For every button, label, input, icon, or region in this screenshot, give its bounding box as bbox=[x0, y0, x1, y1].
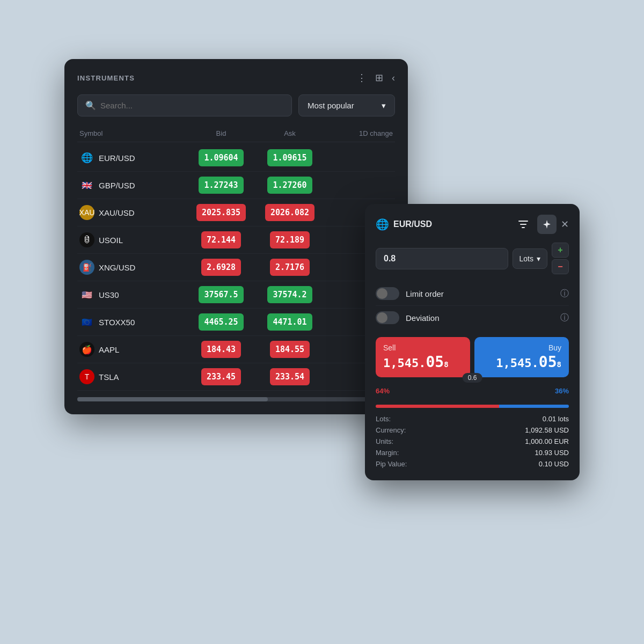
bid-price: 2025.835 bbox=[196, 204, 246, 221]
gbp-usd-flag: 🇬🇧 bbox=[79, 178, 94, 193]
ask-price: 233.54 bbox=[270, 368, 310, 385]
bid-price: 184.43 bbox=[201, 341, 241, 358]
trade-pair-label: EUR/USD bbox=[393, 219, 432, 229]
limit-order-info-icon[interactable]: ⓘ bbox=[560, 288, 569, 299]
instrument-name: 🇺🇸 US30 bbox=[79, 287, 187, 302]
scrollbar-thumb bbox=[77, 397, 268, 401]
table-row[interactable]: 🇪🇺 STOXX50 4465.25 4471.01 bbox=[77, 309, 395, 336]
trade-panel: 🌐 EUR/USD ✕ 0.8 Lots ▾ + bbox=[365, 204, 580, 480]
grid-view-icon[interactable]: ⊞ bbox=[375, 72, 383, 84]
limit-order-toggle[interactable] bbox=[376, 287, 399, 300]
table-row[interactable]: 🇬🇧 GBP/USD 1.27243 1.27260 bbox=[77, 172, 395, 199]
ask-price: 2.7176 bbox=[270, 259, 310, 276]
more-options-icon[interactable]: ⋮ bbox=[357, 72, 367, 84]
currency-value: 1,092.58 USD bbox=[525, 426, 569, 434]
table-row[interactable]: 🌐 EUR/USD 1.09604 1.09615 bbox=[77, 144, 395, 172]
table-row[interactable]: ⛽ XNG/USD 2.6928 2.7176 bbox=[77, 254, 395, 281]
close-icon[interactable]: ✕ bbox=[561, 218, 569, 230]
buy-label: Buy bbox=[482, 343, 561, 352]
ask-price: 1.09615 bbox=[267, 149, 312, 166]
sentiment-buy-bar bbox=[499, 405, 569, 408]
info-row-margin: Margin: 10.93 USD bbox=[376, 447, 569, 458]
lot-minus-button[interactable]: − bbox=[552, 259, 569, 274]
usoil-flag: 🛢 bbox=[79, 232, 94, 247]
filter-dropdown[interactable]: Most popular ▾ bbox=[298, 94, 395, 116]
lot-input[interactable]: 0.8 bbox=[376, 248, 508, 269]
sentiment-section: 64% 36% bbox=[376, 387, 569, 408]
col-bid: Bid bbox=[187, 129, 255, 137]
sentiment-sell-bar bbox=[376, 405, 499, 408]
instrument-name: 🇪🇺 STOXX50 bbox=[79, 314, 187, 330]
col-change: 1D change bbox=[324, 129, 393, 137]
table-row[interactable]: 🍎 AAPL 184.43 184.55 bbox=[77, 336, 395, 363]
sell-price-main: 1,545. bbox=[383, 356, 426, 370]
sell-buy-row: Sell 1,545.058 Buy 1,545.058 0.6 bbox=[376, 337, 569, 377]
buy-percent: 36% bbox=[555, 387, 569, 395]
ask-price: 1.27260 bbox=[267, 177, 312, 194]
table-row[interactable]: T TSLA 233.45 233.54 bbox=[77, 363, 395, 391]
trade-header-icons: ✕ bbox=[514, 215, 569, 234]
info-table: Lots: 0.01 lots Currency: 1,092.58 USD U… bbox=[376, 413, 569, 470]
lot-unit-dropdown[interactable]: Lots ▾ bbox=[513, 248, 547, 269]
info-row-lots: Lots: 0.01 lots bbox=[376, 413, 569, 425]
currency-label: Currency: bbox=[376, 426, 406, 434]
sparkle-icon-btn[interactable] bbox=[537, 215, 557, 234]
table-row[interactable]: XAU XAU/USD 2025.835 2026.082 bbox=[77, 199, 395, 226]
table-row[interactable]: 🇺🇸 US30 37567.5 37574.2 bbox=[77, 281, 395, 309]
buy-button[interactable]: Buy 1,545.058 bbox=[474, 337, 569, 377]
sell-price: 1,545.058 bbox=[383, 353, 463, 371]
ask-price: 72.189 bbox=[270, 231, 310, 248]
instruments-panel: INSTRUMENTS ⋮ ⊞ ‹ 🔍 Most popular ▾ Symbo… bbox=[64, 59, 408, 414]
xng-usd-flag: ⛽ bbox=[79, 260, 94, 275]
col-symbol: Symbol bbox=[79, 129, 187, 137]
xau-usd-flag: XAU bbox=[79, 205, 94, 220]
chevron-down-icon: ▾ bbox=[382, 101, 386, 111]
panel-header: INSTRUMENTS ⋮ ⊞ ‹ bbox=[77, 72, 395, 84]
ask-price: 2026.082 bbox=[265, 204, 314, 221]
sell-price-sup: 8 bbox=[444, 360, 448, 369]
lot-plus-button[interactable]: + bbox=[552, 243, 569, 258]
buy-price-big: 05 bbox=[539, 353, 557, 371]
filter-label: Most popular bbox=[308, 101, 354, 110]
instrument-name: ⛽ XNG/USD bbox=[79, 260, 187, 275]
info-row-units: Units: 1,000.00 EUR bbox=[376, 436, 569, 447]
pip-label: Pip Value: bbox=[376, 460, 407, 468]
stoxx50-flag: 🇪🇺 bbox=[79, 314, 94, 330]
bid-price: 72.144 bbox=[201, 231, 241, 248]
filter-icon-btn[interactable] bbox=[514, 215, 533, 234]
info-row-currency: Currency: 1,092.58 USD bbox=[376, 425, 569, 436]
margin-label: Margin: bbox=[376, 449, 399, 457]
plus-minus-controls: + − bbox=[552, 243, 569, 274]
table-row[interactable]: 🛢 USOIL 72.144 72.189 bbox=[77, 226, 395, 254]
deviation-row: Deviation ⓘ bbox=[376, 306, 569, 330]
search-input[interactable] bbox=[100, 101, 284, 110]
limit-order-row: Limit order ⓘ bbox=[376, 282, 569, 306]
ask-price: 4471.01 bbox=[267, 313, 312, 331]
aapl-flag: 🍎 bbox=[79, 342, 94, 357]
deviation-toggle[interactable] bbox=[376, 311, 399, 324]
bid-price: 2.6928 bbox=[201, 259, 241, 276]
instrument-name: T TSLA bbox=[79, 369, 187, 384]
lot-dropdown-arrow: ▾ bbox=[537, 254, 540, 263]
eur-usd-flag: 🌐 bbox=[79, 150, 94, 165]
search-box[interactable]: 🔍 bbox=[77, 94, 292, 116]
units-value: 1,000.00 EUR bbox=[525, 437, 569, 445]
buy-price-main: 1,545. bbox=[496, 356, 538, 370]
pip-value: 0.10 USD bbox=[539, 460, 569, 468]
sell-price-big: 05 bbox=[426, 353, 444, 371]
limit-order-label: Limit order bbox=[406, 289, 554, 298]
toggle-knob bbox=[377, 312, 387, 323]
spread-badge: 0.6 bbox=[463, 373, 482, 383]
sell-button[interactable]: Sell 1,545.058 bbox=[376, 337, 470, 377]
search-filter-row: 🔍 Most popular ▾ bbox=[77, 94, 395, 116]
scrollbar[interactable] bbox=[77, 397, 395, 401]
lots-value: 0.01 lots bbox=[543, 415, 569, 423]
header-icons: ⋮ ⊞ ‹ bbox=[357, 72, 395, 84]
deviation-info-icon[interactable]: ⓘ bbox=[560, 312, 569, 324]
info-row-pip: Pip Value: 0.10 USD bbox=[376, 458, 569, 470]
trade-header: 🌐 EUR/USD ✕ bbox=[376, 215, 569, 234]
buy-price: 1,545.058 bbox=[482, 353, 561, 371]
collapse-icon[interactable]: ‹ bbox=[392, 72, 395, 84]
instrument-name: XAU XAU/USD bbox=[79, 205, 187, 220]
instrument-name: 🇬🇧 GBP/USD bbox=[79, 178, 187, 193]
